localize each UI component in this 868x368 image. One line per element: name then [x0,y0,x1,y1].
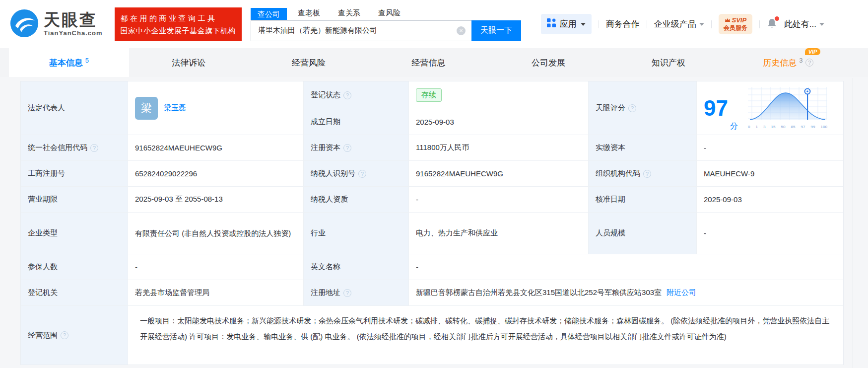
field-label-reg-capital: 注册资本 [304,135,409,161]
status-badge: 存续 [416,88,442,102]
notification-bell-icon[interactable] [767,18,777,31]
field-label-legal-rep: 法定代表人 [21,81,128,135]
search-tab-relation[interactable]: 查关系 [329,8,369,20]
legal-rep-link[interactable]: 梁玉磊 [164,103,186,113]
field-value-company-type: 有限责任公司 (非自然人投资或控股的法人独资) [128,213,304,254]
brand-domain: TianYanCha.com [44,29,103,37]
slogan-line1: 都在用的商业查询工具 [121,12,236,24]
field-value-english-name: - [409,254,843,280]
field-value-legal-rep: 梁 梁玉磊 [128,81,304,135]
tianyancha-logo[interactable]: 天眼查 TianYanCha.com [10,9,103,40]
chevron-down-icon [699,23,704,26]
score-number: 97 [704,97,728,119]
field-value-establish-date: 2025-09-03 [409,109,589,135]
apps-label: 应用 [560,18,577,30]
field-value-reg-address: 新疆巴音郭楞蒙古自治州若羌县文化区315国道以北252号军粮供应站303室 附近… [409,280,843,306]
field-label-company-type: 企业类型 [21,213,128,254]
field-label-industry: 行业 [304,213,409,254]
score-axis-labels: 01 315 5085 9799 100 [748,125,827,129]
help-icon[interactable] [61,331,68,339]
divider [759,20,760,28]
avatar[interactable]: 梁 [135,97,158,120]
search-tab-risk[interactable]: 查风险 [369,8,409,20]
apps-menu[interactable]: 应用 [541,14,592,34]
field-label-org-code: 组织机构代码 [589,161,697,187]
header-right-nav: 应用 商务合作 企业级产品 SVIP 会员服务 [541,14,824,34]
score-unit: 分 [730,121,738,132]
vip-tag: VIP [805,48,821,55]
field-label-paid-capital: 实缴资本 [589,135,697,161]
nav-biz-cooperation[interactable]: 商务合作 [606,18,640,30]
field-value-business-scope: 一般项目：太阳能发电技术服务；新兴能源技术研发；余热余压余气利用技术研发；碳减排… [128,306,843,365]
help-icon[interactable] [643,170,651,178]
tab-basic-info[interactable]: 基本信息 5 [9,48,129,77]
user-menu[interactable]: 此处有... [784,18,824,30]
nav-enterprise-product[interactable]: 企业级产品 [654,18,704,30]
tab-company-development[interactable]: 公司发展 [488,48,608,77]
search-tab-boss[interactable]: 查老板 [289,8,329,20]
field-value-taxpayer-id: 91652824MAEUHECW9G [409,161,589,187]
field-value-credit-code: 91652824MAEUHECW9G [128,135,304,161]
crown-icon [725,16,731,24]
tab-intellectual-property[interactable]: 知识产权 [608,48,729,77]
tab-operating-info[interactable]: 经营信息 [369,48,489,77]
field-value-approval-date: 2025-09-03 [697,187,843,213]
field-label-staff-size: 人员规模 [589,213,697,254]
field-label-tyc-score: 天眼评分 [589,81,697,135]
field-value-staff-size: - [697,213,843,254]
divider [599,20,599,28]
tab-legal-litigation[interactable]: 法律诉讼 [129,48,249,77]
field-label-english-name: 英文名称 [304,254,409,280]
help-icon[interactable] [343,144,351,152]
svip-member-badge[interactable]: SVIP 会员服务 [719,14,752,34]
field-value-reg-status: 存续 [409,81,589,109]
divider [647,20,647,28]
divider [711,20,712,28]
field-value-industry: 电力、热力生产和供应业 [409,213,589,254]
tab-operating-risk[interactable]: 经营风险 [249,48,369,77]
field-label-approval-date: 核准日期 [589,187,697,213]
slogan-line2: 国家中小企业发展子基金旗下机构 [121,24,236,37]
field-value-insured-count: - [128,254,304,280]
top-header: 天眼查 TianYanCha.com 都在用的商业查询工具 国家中小企业发展子基… [0,0,868,48]
search-tabs: 查公司 查老板 查关系 查风险 [251,7,521,20]
tab-count: 5 [85,57,89,64]
help-icon[interactable] [90,144,98,152]
help-icon[interactable] [358,170,366,178]
field-value-paid-capital: - [697,135,843,161]
brand-name: 天眼查 [44,11,103,28]
search-area: 查公司 查老板 查关系 查风险 天眼一下 [251,7,521,41]
tab-history-info[interactable]: VIP 历史信息 3 [728,48,848,77]
field-value-reg-authority: 若羌县市场监督管理局 [128,280,304,306]
company-section-tabs: 基本信息 5 法律诉讼 经营风险 经营信息 公司发展 知识产权 VIP 历史信息… [0,48,868,77]
field-label-reg-number: 工商注册号 [21,161,128,187]
field-value-tyc-score: 97 分 [697,81,843,135]
field-label-taxpayer-id: 纳税人识别号 [304,161,409,187]
logo-eye-icon [10,9,39,40]
search-tab-company[interactable]: 查公司 [251,8,287,20]
field-label-reg-status: 登记状态 [304,81,409,109]
search-input[interactable] [251,20,471,41]
help-icon[interactable] [343,91,351,99]
field-label-business-scope: 经营范围 [21,306,128,365]
help-icon[interactable] [628,104,636,112]
search-button[interactable]: 天眼一下 [471,20,521,41]
brand-slogan-banner: 都在用的商业查询工具 国家中小企业发展子基金旗下机构 [115,7,242,41]
clear-input-icon[interactable] [457,26,466,35]
field-label-business-term: 营业期限 [21,187,128,213]
field-label-credit-code: 统一社会信用代码 [21,135,128,161]
notification-dot [775,16,779,21]
help-icon[interactable] [343,289,351,297]
chevron-down-icon [581,23,586,26]
content-right-divider [853,78,853,368]
nearby-companies-link[interactable]: 附近公司 [667,288,696,297]
chevron-down-icon [819,23,824,26]
field-value-business-term: 2025-09-03 至 2055-08-13 [128,187,304,213]
field-value-reg-capital: 111800万人民币 [409,135,589,161]
basic-info-table: 法定代表人 梁 梁玉磊 登记状态 存续 天眼评分 97 分 [20,81,844,365]
tab-count: 3 [799,57,802,64]
field-label-establish-date: 成立日期 [304,109,409,135]
field-label-taxpayer-quality: 纳税人资质 [304,187,409,213]
help-icon[interactable] [805,59,813,67]
field-label-insured-count: 参保人数 [21,254,128,280]
